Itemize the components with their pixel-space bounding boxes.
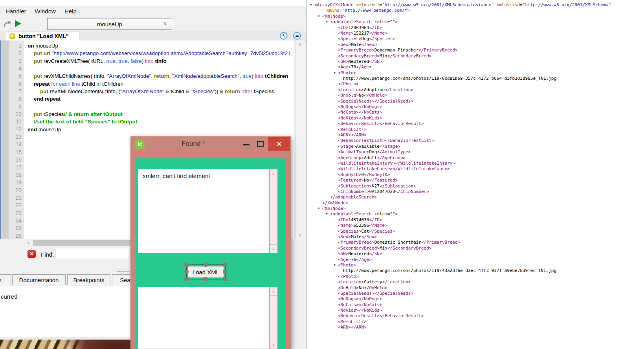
resize-grip[interactable] <box>117 270 130 273</box>
xml-line[interactable]: ▼<XmlNode> <box>310 14 644 19</box>
xml-line[interactable]: </XmlNode> <box>310 200 644 206</box>
menu-window[interactable]: Window <box>35 8 56 15</box>
menu-help[interactable]: Help <box>64 8 77 15</box>
field-scrollbar[interactable]: ∧ ∨ <box>269 287 277 349</box>
selection-handle[interactable] <box>184 270 189 274</box>
xml-viewer-panel[interactable]: ▼<ArrayOfXmlNode xmlns:xsi="http://www.w… <box>306 0 644 349</box>
expand-arrow-icon[interactable]: ▼ <box>326 19 330 25</box>
menu-handler[interactable]: Handler <box>6 8 26 15</box>
breakpoint-gutter[interactable] <box>0 40 9 239</box>
code-line[interactable]: put revCreateXMLTree( tURL, true, true, … <box>24 57 294 65</box>
xml-line[interactable]: ▼<XmlNode> <box>310 206 644 211</box>
xml-line[interactable]: <Name>152217</Name> <box>310 31 644 36</box>
line-number[interactable]: 24 <box>9 217 24 224</box>
xml-line[interactable]: <NoKids></NoKids> <box>310 116 644 121</box>
code-line[interactable]: repeat for each line tChild in tChildren <box>24 80 294 88</box>
code-line[interactable]: put tSpecies// & return after tOutput <box>24 110 294 118</box>
xml-line[interactable]: <NoDogs></NoDogs> <box>310 296 644 302</box>
species-output-field[interactable]: ∧ ∨ <box>138 287 278 349</box>
xml-line[interactable]: </Photo> <box>310 274 644 279</box>
minimize-button[interactable] <box>243 144 250 145</box>
xml-line[interactable]: <SecondaryBreed>Mix</SecondaryBreed> <box>310 53 644 59</box>
selection-handle[interactable] <box>223 277 227 281</box>
expand-arrow-icon[interactable]: ▼ <box>318 14 322 19</box>
close-button[interactable]: ✕ <box>268 137 290 151</box>
expand-arrow-icon[interactable]: ▼ <box>326 211 330 217</box>
code-line[interactable]: end mouseUp <box>24 126 294 133</box>
line-number[interactable]: 1 <box>9 42 24 50</box>
xml-line[interactable]: <OnHold>No</OnHold> <box>310 93 644 98</box>
xml-line[interactable]: ▼<Photo> <box>310 263 644 268</box>
expand-arrow-icon[interactable]: ▼ <box>334 263 338 268</box>
line-number[interactable]: 23 <box>9 209 24 217</box>
xml-line[interactable]: <WildlifeIntakeCause></WildlifeIntakeCau… <box>310 166 644 172</box>
line-number[interactable]: 16 <box>9 156 24 163</box>
xml-line[interactable]: xmlns="http://www.petango.com/"> <box>310 8 644 13</box>
xml-line[interactable]: <Age>70</Age> <box>310 64 644 70</box>
xml-line[interactable]: <BehaviorResult></BehaviorResult> <box>310 121 644 127</box>
xml-line[interactable]: <MemoList/> <box>310 127 644 132</box>
xml-line[interactable]: <SpecialNeeds></SpecialNeeds> <box>310 291 644 296</box>
code-line[interactable] <box>24 65 294 72</box>
xml-line[interactable]: <Location>Adoption</Location> <box>310 87 644 93</box>
line-number[interactable]: 5 <box>9 72 24 80</box>
line-number[interactable]: 8 <box>9 95 24 103</box>
xml-line[interactable]: <NoCats></NoCats> <box>310 110 644 115</box>
line-number[interactable]: 11 <box>9 118 24 125</box>
message-field[interactable]: xmlerr, can't find element ∧ ∨ <box>138 169 278 253</box>
line-number[interactable]: 12 <box>9 126 24 133</box>
xml-line[interactable]: <PrimaryBreed>Domestic Shorthair</Primar… <box>310 240 644 245</box>
scroll-up-icon[interactable]: ∧ <box>270 169 277 178</box>
xml-line[interactable]: ▼<adoptableSearch xmlns=""> <box>310 19 644 25</box>
code-line[interactable]: put revXMLChildNames( tInfo, "ArrayOfXml… <box>24 72 294 80</box>
xml-line[interactable]: <ARN></ARN> <box>310 325 644 330</box>
code-line[interactable]: put url "http://www.petango.com/webservi… <box>24 50 294 57</box>
xml-line[interactable]: <ID>14574030</ID> <box>310 217 644 223</box>
tab-breakpoints[interactable]: Breakpoints <box>67 274 110 285</box>
xml-line[interactable]: <SecondaryBreed>Mix</SecondaryBreed> <box>310 246 644 251</box>
xml-line[interactable]: ▼<ArrayOfXmlNode xmlns:xsi="http://www.w… <box>310 2 644 8</box>
xml-line[interactable]: <ChipNumber>0A12047D2B</ChipNumber> <box>310 189 644 195</box>
line-number[interactable]: 18 <box>9 171 24 179</box>
load-xml-button[interactable]: Load XML <box>188 266 224 278</box>
code-line[interactable]: put revXMLNodeContents( tInfo, ("ArrayOf… <box>24 88 294 95</box>
line-number[interactable]: 15 <box>9 149 24 156</box>
xml-line[interactable]: <SN>Neutered</SN> <box>310 251 644 257</box>
handler-dropdown[interactable]: mouseUp ∨ <box>47 18 172 30</box>
scroll-up-icon[interactable]: ∧ <box>270 287 277 296</box>
selection-handle[interactable] <box>184 277 189 281</box>
xml-line[interactable]: <BuddyID>0</BuddyID> <box>310 172 644 178</box>
tab-button-load-xml[interactable]: button "Load XML" <box>6 31 79 41</box>
scroll-left-icon[interactable]: ‹ <box>24 239 32 247</box>
tab-documentation[interactable]: Documentation <box>12 274 66 285</box>
xml-line[interactable]: <AnimalType>Dog</AnimalType> <box>310 149 644 155</box>
xml-line[interactable]: <Location>Cattery</Location> <box>310 279 644 285</box>
xml-line[interactable]: </adoptableSearch> <box>310 195 644 200</box>
xml-line[interactable]: </Photo> <box>310 81 644 87</box>
xml-line[interactable]: <AgeGroup>Adult</AgeGroup> <box>310 155 644 161</box>
xml-line[interactable]: <Age>76</Age> <box>310 257 644 263</box>
close-find-icon[interactable]: ✕ <box>28 250 36 258</box>
line-number[interactable]: 10 <box>9 110 24 118</box>
xml-line[interactable]: <BehaviorResult></BehaviorResult> <box>310 313 644 319</box>
code-vertical-scrollbar[interactable]: ∧ ∨ <box>295 40 305 239</box>
maximize-button[interactable] <box>257 141 264 147</box>
xml-line[interactable]: <ID>12063964</ID> <box>310 25 644 31</box>
xml-tree[interactable]: ▼<ArrayOfXmlNode xmlns:xsi="http://www.w… <box>307 0 644 331</box>
line-number[interactable]: 6 <box>9 80 24 88</box>
line-number[interactable]: 2 <box>9 50 24 57</box>
code-line[interactable]: end repeat <box>24 95 294 103</box>
expand-arrow-icon[interactable]: ▼ <box>310 2 314 8</box>
xml-line[interactable]: <SpecialNeeds></SpecialNeeds> <box>310 99 644 104</box>
scroll-down-icon[interactable]: ∨ <box>270 340 277 349</box>
xml-line[interactable]: <OnHold>No</OnHold> <box>310 285 644 291</box>
line-number[interactable]: 17 <box>9 164 24 171</box>
selection-handle[interactable] <box>223 270 227 274</box>
xml-line[interactable]: <Stage>Available</Stage> <box>310 144 644 149</box>
xml-line[interactable]: <SN>Neutered</SN> <box>310 59 644 64</box>
selection-handle[interactable] <box>204 277 208 281</box>
line-number[interactable]: 7 <box>9 88 24 95</box>
expand-arrow-icon[interactable]: ▼ <box>334 70 338 76</box>
xml-line[interactable]: ▼<Photo> <box>310 70 644 76</box>
xml-line[interactable]: <Sex>Male</Sex> <box>310 234 644 240</box>
